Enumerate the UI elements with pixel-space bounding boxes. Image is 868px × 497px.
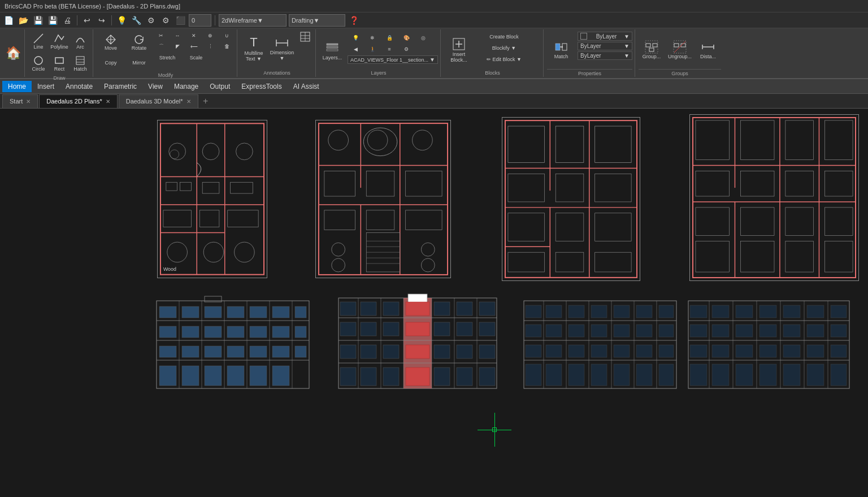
layer-match-button[interactable]: ≡ <box>381 44 397 54</box>
rotate-icon <box>133 34 145 45</box>
menu-view[interactable]: View <box>142 81 168 92</box>
menu-expresstools[interactable]: ExpressTools <box>236 81 287 92</box>
tab-start-close[interactable]: ✕ <box>26 98 31 105</box>
snap2-button[interactable]: 🔧 <box>130 14 142 27</box>
snap5-button[interactable]: ⬛ <box>174 14 186 27</box>
rotate-button[interactable]: Rotate <box>129 31 149 54</box>
hatch-button[interactable]: Hatch <box>70 53 90 74</box>
new-button[interactable]: 📄 <box>2 14 15 27</box>
svg-rect-101 <box>595 252 631 272</box>
polyline-button[interactable]: Polyline <box>49 31 70 52</box>
svg-rect-92 <box>595 126 631 162</box>
tab-start[interactable]: Start ✕ <box>2 94 38 108</box>
svg-rect-68 <box>406 171 442 196</box>
svg-rect-267 <box>690 345 707 357</box>
canvas-area[interactable]: Wood <box>0 109 868 497</box>
table-button[interactable] <box>297 32 313 42</box>
layer-isolate-button[interactable]: ◎ <box>415 33 431 43</box>
layer-off-button[interactable]: 💡 <box>348 33 363 43</box>
copy-button[interactable]: Copy <box>102 54 120 71</box>
close1-button[interactable]: ✕ <box>186 31 202 41</box>
extend-button[interactable]: ↔ <box>170 31 185 41</box>
menu-output[interactable]: Output <box>204 81 236 92</box>
blockify-button[interactable]: Blockify ▼ <box>476 43 532 53</box>
svg-rect-147 <box>227 326 244 338</box>
lineweight-dropdown[interactable]: ByLayer ▼ <box>578 42 632 50</box>
svg-rect-121 <box>785 208 814 236</box>
undo-button[interactable]: ↩ <box>81 14 93 27</box>
join-button[interactable]: ∪ <box>219 31 235 41</box>
svg-rect-185 <box>361 322 376 336</box>
dimension-button[interactable]: Dimension▼ <box>269 31 295 67</box>
menu-home[interactable]: Home <box>2 81 32 92</box>
scale-button[interactable]: Scale <box>182 53 210 63</box>
layer-freeze-button[interactable]: ❄ <box>364 33 380 43</box>
mirror-button[interactable]: Mirror <box>130 54 148 71</box>
insert-block-button[interactable]: InsertBlock... <box>444 32 474 68</box>
snap3-button[interactable]: ⚙ <box>145 14 157 27</box>
tab-model-close[interactable]: ✕ <box>186 98 191 105</box>
snap4-button[interactable]: ⚙ <box>159 14 172 27</box>
line-button[interactable]: Line <box>28 31 49 52</box>
fillet-button[interactable]: ⌒ <box>153 41 169 51</box>
rectangle-button[interactable]: Rect <box>49 53 70 74</box>
explode-button[interactable]: ⊕ <box>202 31 218 41</box>
elevation-2 <box>336 289 500 391</box>
svg-rect-227 <box>636 325 652 337</box>
mtext-button[interactable]: T MultilineText ▼ <box>241 31 267 67</box>
saveas-button[interactable]: 💾 <box>46 14 59 27</box>
ungroup-button[interactable]: Ungroup... <box>667 32 693 68</box>
svg-point-1 <box>34 57 42 64</box>
help-button[interactable]: ❓ <box>348 14 360 27</box>
floorplan-4 <box>689 114 859 281</box>
svg-rect-93 <box>508 174 544 202</box>
menu-aiassist[interactable]: AI Assist <box>288 81 325 92</box>
svg-rect-225 <box>591 325 607 337</box>
trim-button[interactable]: ✂ <box>153 31 169 41</box>
svg-rect-237 <box>546 364 562 386</box>
viewmode-dropdown[interactable]: 2dWireframe ▼ <box>219 14 287 27</box>
tab-add-button[interactable]: + <box>199 95 212 107</box>
snap-button[interactable]: 💡 <box>115 14 128 27</box>
menu-parametric[interactable]: Parametric <box>98 81 142 92</box>
match-properties-button[interactable]: Match <box>547 32 575 68</box>
save-button[interactable]: 💾 <box>32 14 44 27</box>
offset-button[interactable]: ⟵ <box>186 41 202 51</box>
edit-block-button[interactable]: ✏ Edit Block ▼ <box>476 54 532 64</box>
array-button[interactable]: ⋮ <box>202 41 218 51</box>
print-button[interactable]: 🖨 <box>61 14 73 27</box>
menu-manage[interactable]: Manage <box>168 81 204 92</box>
redo-button[interactable]: ↪ <box>96 14 108 27</box>
chamfer-button[interactable]: ◤ <box>170 41 185 51</box>
svg-rect-112 <box>740 120 774 160</box>
layer-walk-button[interactable]: 🚶 <box>364 44 380 54</box>
layer-prev-button[interactable]: ◀ <box>348 44 363 54</box>
svg-rect-188 <box>434 322 450 336</box>
svg-rect-197 <box>479 345 495 358</box>
delete-button[interactable]: 🗑 <box>219 41 235 51</box>
arc-button[interactable]: Arc <box>70 31 90 52</box>
open-button[interactable]: 📂 <box>17 14 29 27</box>
group-button[interactable]: Group... <box>639 32 665 68</box>
layer-input[interactable] <box>189 14 211 27</box>
menu-annotate[interactable]: Annotate <box>60 81 98 92</box>
stretch-button[interactable]: Stretch <box>153 53 181 63</box>
linetype-dropdown[interactable]: ByLayer ▼ <box>578 51 632 60</box>
circle-button[interactable]: Circle <box>28 53 49 74</box>
layer-color-button[interactable]: 🎨 <box>398 33 414 43</box>
create-block-button[interactable]: Create Block <box>476 32 532 42</box>
layer-dropdown[interactable]: ACAD_VIEWS_Floor 1__section... ▼ <box>348 55 438 64</box>
groups-label: Groups <box>639 69 721 76</box>
tab-plans[interactable]: Daedalus 2D Plans* ✕ <box>39 94 117 108</box>
layer-lock-button[interactable]: 🔒 <box>381 33 397 43</box>
tab-plans-close[interactable]: ✕ <box>106 98 110 105</box>
move-button[interactable]: Move <box>102 31 120 54</box>
layer-settings-button[interactable]: ⚙ <box>398 44 414 54</box>
distance-button[interactable]: Dista... <box>695 32 721 68</box>
home-button[interactable]: 🏠 <box>2 29 25 77</box>
tab-model[interactable]: Daedalus 3D Model* ✕ <box>119 94 198 108</box>
layers-button[interactable]: Layers... <box>319 33 345 69</box>
menu-insert[interactable]: Insert <box>32 81 60 92</box>
color-dropdown[interactable]: ByLayer ▼ <box>578 32 632 41</box>
workspace-dropdown[interactable]: Drafting ▼ <box>289 14 345 27</box>
